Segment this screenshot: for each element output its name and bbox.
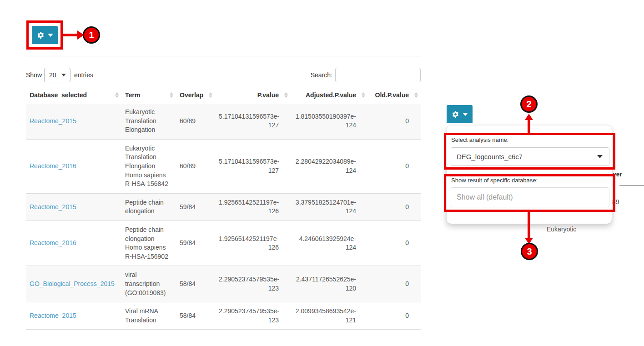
annotation-arrow-2-head: [525, 114, 533, 120]
adjusted-p-value-cell: 1.81503550190397e-124: [291, 103, 368, 140]
column-header-p-value[interactable]: P.value: [215, 87, 291, 103]
column-label: Adjusted.P.value: [306, 91, 356, 99]
column-label: Database_selected: [30, 91, 87, 99]
database-link[interactable]: GO_Biological_Process_2015: [30, 280, 115, 287]
p-value-cell: 1.92565142521197e-126: [215, 221, 291, 266]
results-tbody: Reactome_2015Eukaryotic Translation Elon…: [26, 103, 421, 330]
column-label: Overlap: [180, 91, 203, 99]
analysis-name-label: Select analysis name:: [451, 136, 508, 143]
page-length-select[interactable]: 20: [44, 68, 70, 82]
background-overlap-fragment: 89: [612, 198, 619, 206]
callout-badge-2: 2: [520, 95, 538, 113]
annotation-arrow-1-shaft: [63, 34, 77, 36]
callout-badge-3: 3: [521, 243, 538, 260]
table-row: Reactome_2015Eukaryotic Translation Elon…: [26, 103, 421, 140]
app-canvas: 1 Show 20 entries Search: Database_selec…: [0, 0, 644, 346]
analysis-name-value: DEG_logcounts_c6c7: [451, 153, 597, 160]
adjusted-p-value-cell: 3.37951825124701e-124: [291, 193, 368, 221]
term-cell: Peptide chain elongation: [121, 193, 176, 221]
p-value-cell: 1.92565142521197e-126: [215, 193, 291, 221]
column-header-adjusted-p-value[interactable]: Adjusted.P.value: [291, 87, 368, 103]
term-cell: Eukaryotic Translation Elongation Homo s…: [121, 139, 176, 193]
database-filter-label: Show result of specific database:: [451, 177, 538, 184]
page-length-value: 20: [45, 71, 61, 79]
show-label: Show: [26, 71, 42, 79]
select-caret-icon: [597, 155, 603, 158]
p-value-cell: 5.17104131596573e-127: [215, 139, 291, 193]
settings-dropdown-button-open[interactable]: [447, 105, 473, 123]
overlap-cell: 60/89: [176, 103, 215, 140]
term-cell: viral transcription (GO:0019083): [121, 266, 176, 302]
old-p-value-cell: 0: [368, 302, 421, 330]
column-label: Term: [125, 91, 140, 99]
database-link[interactable]: Reactome_2016: [30, 239, 76, 246]
gear-icon: [452, 110, 459, 118]
old-p-value-cell: 0: [368, 139, 421, 193]
column-header-overlap[interactable]: Overlap: [176, 87, 215, 103]
background-term-fragment: Eukaryotic: [547, 226, 576, 233]
database-link[interactable]: Reactome_2015: [30, 117, 76, 125]
adjusted-p-value-cell: 2.00993458693542e-121: [291, 302, 368, 330]
caret-down-icon: [463, 113, 468, 116]
sort-icon[interactable]: [115, 92, 119, 98]
database-cell: Reactome_2016: [26, 221, 121, 266]
column-header-term[interactable]: Term: [121, 87, 176, 103]
column-header-database_selected[interactable]: Database_selected: [26, 87, 121, 103]
gear-icon: [37, 31, 45, 39]
caret-down-icon: [48, 34, 53, 37]
old-p-value-cell: 0: [368, 266, 421, 302]
results-header-row: Database_selectedTermOverlapP.valueAdjus…: [26, 87, 421, 103]
database-link[interactable]: Reactome_2015: [30, 203, 76, 211]
analysis-name-select[interactable]: DEG_logcounts_c6c7: [451, 147, 609, 166]
database-filter-input[interactable]: [451, 187, 609, 207]
p-value-cell: 5.17104131596573e-127: [215, 103, 291, 140]
database-cell: Reactome_2015: [26, 103, 121, 140]
table-row: Reactome_2016Peptide chain elongation Ho…: [26, 221, 421, 266]
sort-icon[interactable]: [284, 92, 288, 98]
term-cell: Peptide chain elongation Homo sapiens R-…: [121, 221, 176, 266]
entries-label: entries: [74, 71, 93, 79]
overlap-cell: 60/89: [176, 139, 215, 193]
p-value-cell: 2.29052374579535e-123: [215, 302, 291, 330]
database-link[interactable]: Reactome_2016: [30, 162, 76, 170]
top-divider: [26, 56, 421, 56]
adjusted-p-value-cell: 4.2460613925924e-124: [291, 221, 368, 266]
p-value-cell: 2.29052374579535e-123: [215, 266, 291, 302]
old-p-value-cell: 0: [368, 221, 421, 266]
overlap-cell: 59/84: [176, 193, 215, 221]
search-label: Search:: [307, 71, 332, 79]
database-cell: Reactome_2016: [26, 139, 121, 193]
adjusted-p-value-cell: 2.28042922034089e-124: [291, 139, 368, 193]
sort-icon[interactable]: [209, 92, 212, 98]
column-label: P.value: [257, 91, 279, 99]
overlap-cell: 58/84: [176, 266, 215, 302]
select-caret-icon: [61, 74, 66, 76]
adjusted-p-value-cell: 2.43711726552625e-120: [291, 266, 368, 302]
results-table-wrapper: Database_selectedTermOverlapP.valueAdjus…: [26, 87, 421, 330]
database-link[interactable]: Reactome_2015: [30, 312, 76, 319]
database-cell: Reactome_2015: [26, 302, 121, 330]
sort-icon[interactable]: [414, 92, 418, 98]
sort-icon[interactable]: [170, 92, 173, 98]
database-cell: GO_Biological_Process_2015: [26, 266, 121, 302]
column-label: Old.P.value: [375, 91, 409, 99]
background-header-border-fragment: [619, 186, 644, 186]
old-p-value-cell: 0: [368, 103, 421, 140]
table-row: Reactome_2015Viral mRNA Translation58/84…: [26, 302, 421, 330]
annotation-arrow-1-head: [77, 30, 84, 40]
background-header-fragment: ver: [613, 170, 622, 178]
old-p-value-cell: 0: [368, 193, 421, 221]
settings-dropdown-button[interactable]: [32, 26, 58, 44]
database-cell: Reactome_2015: [26, 193, 121, 221]
callout-badge-1: 1: [83, 26, 100, 44]
results-table: Database_selectedTermOverlapP.valueAdjus…: [26, 87, 421, 330]
search-input[interactable]: [335, 68, 421, 82]
term-cell: Viral mRNA Translation: [121, 302, 176, 330]
column-header-old-p-value[interactable]: Old.P.value: [368, 87, 421, 103]
overlap-cell: 58/84: [176, 302, 215, 330]
table-row: Reactome_2016Eukaryotic Translation Elon…: [26, 139, 421, 193]
table-row: GO_Biological_Process_2015viral transcri…: [26, 266, 421, 302]
sort-icon[interactable]: [362, 92, 365, 98]
table-row: Reactome_2015Peptide chain elongation59/…: [26, 193, 421, 221]
annotation-arrow-3-head: [525, 238, 533, 244]
